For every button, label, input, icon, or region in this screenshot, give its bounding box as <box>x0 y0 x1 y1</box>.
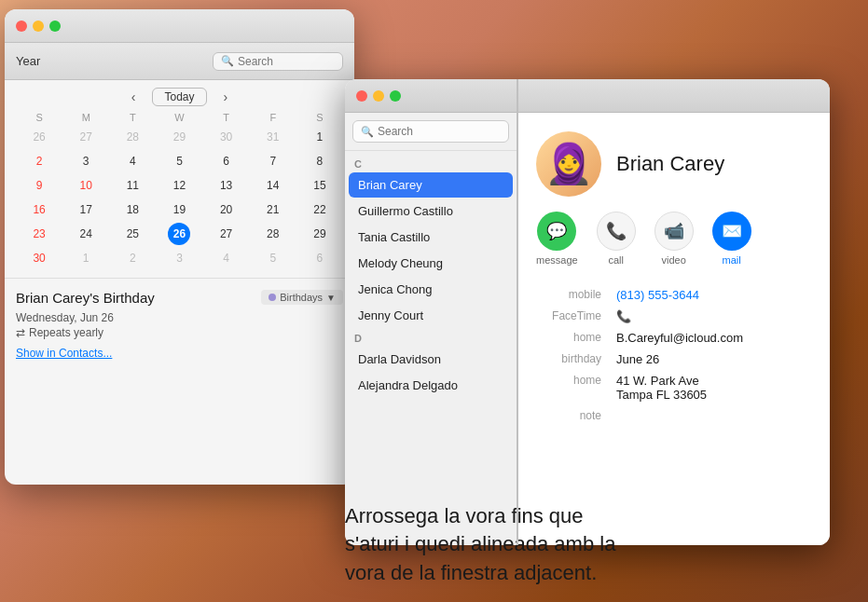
contact-item-darla-davidson[interactable]: Darla Davidson <box>349 347 513 372</box>
video-label: video <box>661 254 685 266</box>
close-button[interactable] <box>16 21 27 32</box>
field-label-birthday: birthday <box>536 349 611 370</box>
message-action[interactable]: 💬 message <box>536 212 578 266</box>
calendar-day[interactable]: 29 <box>309 223 331 245</box>
calendar-day[interactable]: 7 <box>262 150 284 172</box>
calendar-day[interactable]: 19 <box>168 198 190 221</box>
field-value-home-address: 41 W. Park AveTampa FL 33605 <box>611 370 811 405</box>
repeat-label: Repeats yearly <box>29 326 103 339</box>
calendar-day[interactable]: 21 <box>262 198 284 221</box>
contact-item-guillermo-castillo[interactable]: Guillermo Castillo <box>349 198 513 224</box>
maximize-button[interactable] <box>49 21 61 32</box>
calendar-day[interactable]: 29 <box>168 126 190 148</box>
calendar-day[interactable]: 31 <box>262 126 284 148</box>
calendar-day[interactable]: 15 <box>309 174 331 197</box>
field-label-facetime: FaceTime <box>536 306 611 327</box>
call-action[interactable]: 📞 call <box>597 212 636 266</box>
event-date: Wednesday, Jun 26 <box>16 311 343 324</box>
calendar-week-row: 16171819202122 <box>16 198 343 222</box>
calendar-day[interactable]: 28 <box>121 126 144 148</box>
contact-item-jenica-chong[interactable]: Jenica Chong <box>349 277 513 302</box>
table-row: mobile (813) 555-3644 <box>536 284 811 306</box>
calendar-day[interactable]: 27 <box>75 126 97 148</box>
contacts-list: C Brian Carey Guillermo Castillo Tania C… <box>345 151 517 545</box>
calendar-day[interactable]: 25 <box>121 223 144 245</box>
field-label-home-email: home <box>536 327 611 349</box>
calendar-day[interactable]: 4 <box>215 247 238 269</box>
contacts-maximize-button[interactable] <box>390 90 401 102</box>
contact-item-alejandra-delgado[interactable]: Alejandra Delgado <box>349 373 513 398</box>
section-header-c: C <box>345 155 517 171</box>
calendar-day[interactable]: 27 <box>215 223 238 245</box>
contacts-search-input[interactable] <box>378 125 501 138</box>
contacts-titlebar <box>345 79 830 113</box>
calendar-day[interactable]: 10 <box>75 174 97 197</box>
mail-icon: ✉️ <box>712 212 751 251</box>
dow-sat: S <box>296 112 343 123</box>
calendar-day[interactable]: 12 <box>168 174 190 197</box>
calendar-day[interactable]: 2 <box>28 150 50 172</box>
calendar-day[interactable]: 6 <box>309 247 331 269</box>
calendar-search-input[interactable] <box>238 55 335 68</box>
contact-item-melody-cheung[interactable]: Melody Cheung <box>349 251 513 276</box>
contacts-minimize-button[interactable] <box>373 90 384 102</box>
calendar-day[interactable]: 18 <box>121 198 144 221</box>
month-navigation: ‹ Today › <box>16 88 343 106</box>
calendar-day[interactable]: 9 <box>28 174 50 197</box>
calendar-day[interactable]: 1 <box>309 126 331 148</box>
calendar-day[interactable]: 23 <box>28 223 50 245</box>
calendar-day[interactable]: 5 <box>168 150 190 172</box>
calendar-day[interactable]: 13 <box>215 174 238 197</box>
dow-tue: T <box>109 112 156 123</box>
calendar-day[interactable]: 8 <box>309 150 331 172</box>
annotation-text: Arrossega la vora fins que s'aturi i que… <box>345 502 615 588</box>
calendar-day[interactable]: 30 <box>215 126 238 148</box>
show-contacts-link[interactable]: Show in Contacts... <box>16 347 112 360</box>
calendar-day[interactable]: 14 <box>262 174 284 197</box>
field-value-home-email[interactable]: B.Careyful@icloud.com <box>611 327 811 349</box>
dow-wed: W <box>156 112 202 123</box>
next-month-button[interactable]: › <box>218 88 234 106</box>
calendar-day[interactable]: 3 <box>75 150 97 172</box>
resize-handle-line <box>517 113 518 545</box>
minimize-button[interactable] <box>33 21 44 32</box>
contact-item-brian-carey[interactable]: Brian Carey <box>349 172 513 198</box>
calendar-day[interactable]: 16 <box>28 198 50 221</box>
calendar-day[interactable]: 1 <box>75 247 97 269</box>
dow-thu: T <box>203 112 250 123</box>
video-action[interactable]: 📹 video <box>654 212 694 266</box>
avatar: 🧕 <box>536 131 601 197</box>
calendar-day[interactable]: 22 <box>309 198 331 221</box>
calendar-search-box: 🔍 <box>213 52 343 71</box>
contacts-close-button[interactable] <box>356 90 367 102</box>
calendar-day[interactable]: 2 <box>121 247 144 269</box>
year-button[interactable]: Year <box>16 54 40 68</box>
mail-label: mail <box>723 254 741 266</box>
calendar-day[interactable]: 11 <box>121 174 144 197</box>
calendar-titlebar <box>5 9 354 43</box>
mail-action[interactable]: ✉️ mail <box>712 212 751 266</box>
today-button[interactable]: Today <box>152 88 206 106</box>
calendar-day[interactable]: 30 <box>28 247 50 269</box>
field-value-facetime[interactable]: 📞 <box>611 306 811 327</box>
calendar-color-dot <box>269 294 276 301</box>
contact-item-jenny-court[interactable]: Jenny Court <box>349 303 513 328</box>
calendar-day[interactable]: 17 <box>75 198 97 221</box>
calendar-day[interactable]: 20 <box>215 198 238 221</box>
resize-handle[interactable] <box>516 113 519 545</box>
calendar-day[interactable]: 6 <box>215 150 238 172</box>
calendar-day[interactable]: 26 <box>28 126 50 148</box>
calendar-day[interactable]: 4 <box>121 150 144 172</box>
field-value-note[interactable] <box>611 405 811 426</box>
contact-item-tania-castillo[interactable]: Tania Castillo <box>349 225 513 250</box>
calendar-day[interactable]: 24 <box>75 223 97 245</box>
calendar-day[interactable]: 28 <box>262 223 284 245</box>
calendar-dropdown-icon[interactable]: ▼ <box>326 293 336 303</box>
calendar-day[interactable]: 5 <box>262 247 284 269</box>
prev-month-button[interactable]: ‹ <box>126 88 142 106</box>
contacts-search-area: 🔍 <box>345 113 517 151</box>
calendar-day[interactable]: 26 <box>168 223 190 245</box>
field-value-mobile[interactable]: (813) 555-3644 <box>611 284 811 306</box>
calendar-day[interactable]: 3 <box>168 247 190 269</box>
days-of-week-row: S M T W T F S <box>16 112 343 123</box>
